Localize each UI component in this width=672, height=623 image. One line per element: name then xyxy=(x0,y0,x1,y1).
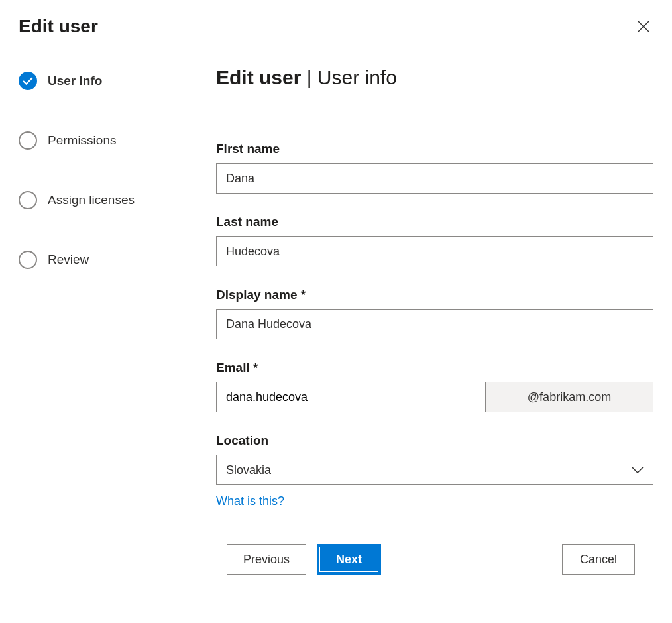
step-permissions[interactable]: Permissions xyxy=(19,131,173,150)
form-heading: Edit user | User info xyxy=(216,66,653,89)
step-review[interactable]: Review xyxy=(19,251,173,269)
form-heading-sub: User info xyxy=(317,66,397,88)
panel-title: Edit user xyxy=(19,16,98,37)
what-is-this-link[interactable]: What is this? xyxy=(216,494,284,508)
email-label: Email * xyxy=(216,361,653,375)
step-connector xyxy=(28,211,28,249)
step-icon-pending xyxy=(19,131,37,150)
next-button[interactable]: Next xyxy=(317,544,381,575)
last-name-label: Last name xyxy=(216,215,653,229)
first-name-label: First name xyxy=(216,142,653,156)
wizard-steps: User info Permissions Assign licenses Re… xyxy=(19,64,184,575)
form-heading-separator: | xyxy=(301,66,317,88)
step-icon-completed xyxy=(19,72,37,90)
checkmark-icon xyxy=(23,77,33,85)
close-icon xyxy=(638,21,649,32)
form-heading-main: Edit user xyxy=(216,66,301,88)
form-area: Edit user | User info First name Last na… xyxy=(184,64,653,575)
location-select-value: Slovakia xyxy=(226,463,271,477)
display-name-input[interactable] xyxy=(216,309,653,339)
last-name-input[interactable] xyxy=(216,236,653,266)
step-label: Review xyxy=(48,253,89,267)
step-connector xyxy=(28,91,28,130)
step-label: User info xyxy=(48,74,102,88)
previous-button[interactable]: Previous xyxy=(227,544,306,575)
button-row: Previous Next Cancel xyxy=(216,544,653,575)
display-name-label: Display name * xyxy=(216,288,653,302)
email-input[interactable] xyxy=(216,382,485,412)
location-label: Location xyxy=(216,433,653,448)
step-label: Assign licenses xyxy=(48,193,135,207)
step-icon-pending xyxy=(19,191,37,209)
location-select[interactable]: Slovakia xyxy=(216,455,653,485)
first-name-input[interactable] xyxy=(216,163,653,194)
cancel-button[interactable]: Cancel xyxy=(562,544,635,575)
chevron-down-icon xyxy=(632,467,644,473)
step-connector xyxy=(28,151,28,190)
step-label: Permissions xyxy=(48,133,116,148)
step-assign-licenses[interactable]: Assign licenses xyxy=(19,191,173,209)
close-button[interactable] xyxy=(634,17,653,36)
email-domain: @fabrikam.com xyxy=(485,382,653,412)
step-user-info[interactable]: User info xyxy=(19,72,173,90)
step-icon-pending xyxy=(19,251,37,269)
